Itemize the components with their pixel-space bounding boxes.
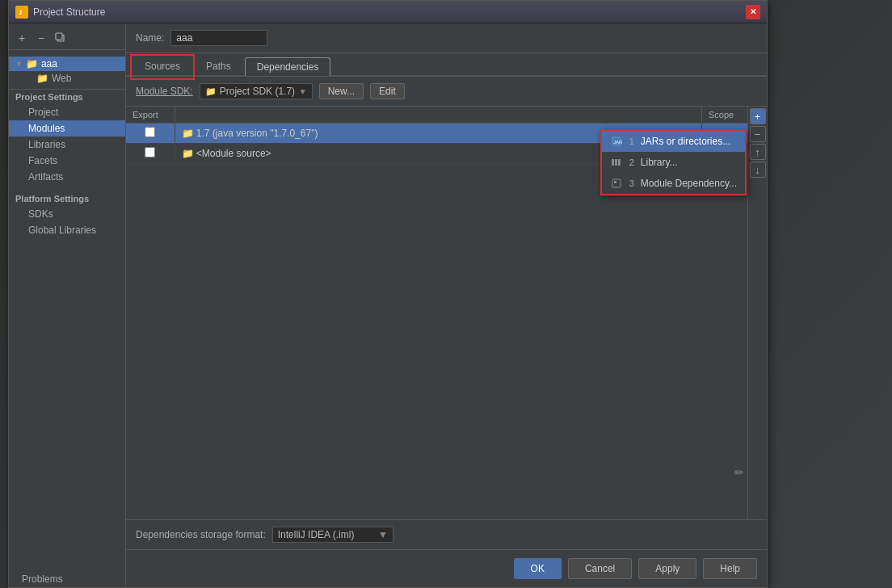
edit-icon[interactable]: ✏ [734,466,744,479]
title-bar: J Project Structure ✕ [9,1,767,23]
add-dependency-dropdown: JAR 1 JARs or directories... [600,129,747,195]
module-dep-icon [610,177,623,190]
export-checkbox[interactable] [145,127,155,137]
name-row: Name: aaa [126,23,767,53]
dependencies-table-area: Export Scope 📁 1.7 (java ver [126,107,767,519]
storage-row: Dependencies storage format: IntelliJ ID… [126,519,767,549]
add-module-button[interactable]: + [14,30,30,46]
dropdown-item-library[interactable]: 2 Library... [602,152,745,173]
copy-module-button[interactable] [53,30,69,46]
dep-name: <Module source> [196,148,271,159]
edit-sdk-button[interactable]: Edit [370,83,405,99]
sidebar-item-modules[interactable]: Modules [9,120,125,136]
dropdown-num-2: 2 [629,158,634,167]
dropdown-item-jars[interactable]: JAR 1 JARs or directories... [602,131,745,152]
name-value[interactable]: aaa [170,30,267,46]
sdk-folder-icon: 📁 [205,86,217,97]
sdk-row: Module SDK: 📁 Project SDK (1.7) ▼ New...… [126,77,767,107]
remove-dependency-button[interactable]: − [750,126,766,142]
jar-icon: JAR [610,135,623,148]
folder-icon: 📁 [26,58,38,69]
sidebar-item-project[interactable]: Project [9,104,125,120]
sidebar-item-global-libraries[interactable]: Global Libraries [9,222,125,238]
content-area: Name: aaa Sources Paths Dependencies [126,23,767,587]
remove-module-button[interactable]: − [33,30,49,46]
expand-arrow: ▼ [15,60,23,68]
sdk-label: Module SDK: [136,86,193,97]
move-up-button[interactable]: ↑ [750,144,766,160]
svg-rect-10 [614,181,616,183]
svg-rect-6 [612,159,614,166]
bottom-bar: OK Cancel Apply Help [126,549,767,587]
storage-label: Dependencies storage format: [136,529,266,540]
sdk-value: Project SDK (1.7) [220,86,295,97]
export-checkbox[interactable] [145,147,155,158]
storage-chevron-icon: ▼ [378,529,388,540]
tab-paths[interactable]: Paths [194,57,243,75]
module-name: aaa [41,58,57,69]
library-icon [610,156,623,169]
name-label: Name: [136,32,164,44]
help-button[interactable]: Help [703,558,757,579]
sidebar-item-problems[interactable]: Problems [9,571,125,587]
storage-value: IntelliJ IDEA (.iml) [278,529,355,540]
ok-button[interactable]: OK [514,558,562,579]
svg-text:J: J [19,10,22,15]
dropdown-label-1: JARs or directories... [641,136,730,147]
export-cell[interactable] [126,124,175,144]
artifacts-label: Artifacts [28,171,63,183]
cancel-button[interactable]: Cancel [568,558,632,579]
dropdown-label-2: Library... [641,157,678,168]
project-settings-header: Project Settings [9,90,125,104]
tree-item-web[interactable]: 📁 Web [9,71,125,86]
close-button[interactable]: ✕ [746,5,760,19]
dropdown-num-3: 3 [629,178,634,188]
dropdown-item-module-dep[interactable]: 3 Module Dependency... [602,173,745,194]
module-tree: ▼ 📁 aaa 📁 Web [9,53,125,90]
storage-dropdown[interactable]: IntelliJ IDEA (.iml) ▼ [272,527,393,543]
dep-name: 1.7 (java version "1.7.0_67") [196,128,318,139]
sidebar-item-artifacts[interactable]: Artifacts [9,169,125,185]
export-col-header: Export [126,107,175,124]
module-row-icon: 📁 [182,148,194,159]
sdk-dropdown[interactable]: 📁 Project SDK (1.7) ▼ [200,83,313,99]
tree-item-aaa[interactable]: ▼ 📁 aaa [9,57,125,71]
sidebar: + − ▼ 📁 aaa 📁 Web [9,23,126,587]
sdk-chevron-icon: ▼ [299,87,307,96]
sidebar-item-facets[interactable]: Facets [9,153,125,169]
export-cell[interactable] [126,144,175,164]
svg-rect-3 [56,33,62,40]
tab-dependencies[interactable]: Dependencies [245,57,331,76]
sidebar-item-libraries[interactable]: Libraries [9,136,125,153]
sdk-row-icon: 📁 [182,128,194,139]
sdks-label: SDKs [28,208,53,220]
svg-rect-7 [615,159,617,166]
web-label: Web [52,73,71,84]
problems-label: Problems [22,573,63,585]
libraries-label: Libraries [28,139,65,150]
svg-rect-8 [618,159,621,166]
platform-settings-header: Platform Settings [9,191,125,206]
add-dependency-button[interactable]: + [750,108,766,124]
modules-label: Modules [28,123,65,134]
dropdown-label-3: Module Dependency... [641,178,737,189]
svg-text:JAR: JAR [613,140,622,145]
name-col-header [175,107,702,124]
global-libraries-label: Global Libraries [28,225,96,236]
tabs-bar: Sources Paths Dependencies [126,53,767,77]
dep-toolbar: + − ↑ ↓ [747,107,767,519]
dialog-title: Project Structure [33,6,746,18]
dropdown-num-1: 1 [629,136,634,146]
apply-button[interactable]: Apply [638,558,696,579]
web-folder-icon: 📁 [36,73,48,84]
app-icon: J [15,6,28,19]
tab-sources[interactable]: Sources [133,57,192,75]
project-label: Project [28,107,58,118]
facets-label: Facets [28,155,57,166]
sidebar-toolbar: + − [9,28,125,50]
new-sdk-button[interactable]: New... [319,83,364,99]
sidebar-item-sdks[interactable]: SDKs [9,206,125,222]
move-down-button[interactable]: ↓ [750,162,766,178]
